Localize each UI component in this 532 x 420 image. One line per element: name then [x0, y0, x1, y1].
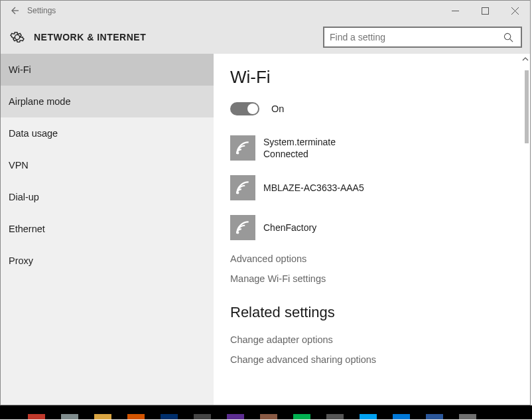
sidebar-item-dial-up[interactable]: Dial-up [1, 181, 214, 213]
search-box[interactable] [323, 27, 522, 48]
gear-icon [10, 30, 25, 44]
wifi-signal-icon [230, 135, 255, 161]
link-change-adapter-options[interactable]: Change adapter options [230, 334, 513, 345]
toggle-knob [247, 104, 258, 114]
taskbar-icon[interactable] [53, 405, 86, 419]
network-name: ChenFactory [263, 222, 316, 234]
svg-point-4 [236, 232, 239, 234]
search-icon-wrap[interactable] [502, 33, 514, 42]
sidebar-item-label: Airplane mode [9, 96, 71, 107]
wifi-signal-icon [230, 215, 255, 240]
sidebar-item-label: Ethernet [9, 224, 45, 234]
related-settings-heading: Related settings [230, 304, 513, 321]
taskbar-icon[interactable] [86, 405, 119, 419]
search-icon [503, 33, 513, 42]
sidebar-item-label: Wi-Fi [9, 64, 31, 75]
close-button[interactable] [500, 1, 530, 21]
taskbar-icon[interactable] [385, 405, 418, 419]
close-icon [511, 7, 519, 15]
svg-point-1 [504, 33, 510, 39]
network-status: Connected [263, 148, 336, 160]
wifi-toggle-row: On [230, 102, 513, 115]
maximize-button[interactable] [470, 1, 500, 21]
header-row: NETWORK & INTERNET [1, 21, 530, 54]
scrollbar-thumb[interactable] [525, 70, 529, 143]
titlebar: Settings [1, 1, 530, 21]
network-name: MBLAZE-AC3633-AAA5 [263, 182, 364, 194]
sidebar-item-label: Proxy [9, 255, 33, 266]
wifi-signal-icon [230, 175, 255, 200]
taskbar-icon[interactable] [285, 405, 318, 419]
minimize-icon [452, 7, 459, 15]
content: Wi-Fi On System.terminate Connected [214, 54, 530, 405]
network-item[interactable]: System.terminate Connected [230, 134, 513, 162]
sidebar-item-data-usage[interactable]: Data usage [1, 117, 214, 149]
content-heading: Wi-Fi [230, 67, 513, 88]
search-input[interactable] [330, 32, 502, 42]
taskbar[interactable] [0, 405, 532, 419]
sidebar-item-label: Dial-up [9, 192, 39, 202]
window-title: Settings [27, 6, 56, 15]
maximize-icon [482, 7, 489, 15]
link-advanced-options[interactable]: Advanced options [230, 253, 513, 264]
scroll-up-arrow-icon[interactable] [521, 54, 530, 64]
back-button[interactable] [1, 5, 27, 16]
network-item[interactable]: MBLAZE-AC3633-AAA5 [230, 174, 513, 202]
taskbar-icon[interactable] [153, 405, 186, 419]
taskbar-icon[interactable] [20, 405, 53, 419]
wifi-toggle[interactable] [230, 102, 259, 115]
link-manage-wifi-settings[interactable]: Manage Wi-Fi settings [230, 273, 513, 284]
network-name: System.terminate [263, 136, 336, 148]
sidebar-item-label: VPN [9, 160, 29, 171]
arrow-left-icon [9, 5, 19, 16]
window-controls [440, 1, 530, 21]
taskbar-icon[interactable] [418, 405, 451, 419]
taskbar-icon[interactable] [318, 405, 352, 419]
taskbar-icon[interactable] [352, 405, 385, 419]
sidebar-item-proxy[interactable]: Proxy [1, 245, 214, 277]
sidebar-item-ethernet[interactable]: Ethernet [1, 213, 214, 245]
taskbar-icon[interactable] [119, 405, 153, 419]
svg-rect-0 [482, 7, 489, 14]
body: Wi-Fi Airplane mode Data usage VPN Dial-… [1, 54, 530, 405]
sidebar: Wi-Fi Airplane mode Data usage VPN Dial-… [1, 54, 214, 405]
vertical-scrollbar[interactable] [521, 54, 530, 405]
svg-point-3 [236, 192, 239, 194]
minimize-button[interactable] [440, 1, 470, 21]
sidebar-item-airplane-mode[interactable]: Airplane mode [1, 86, 214, 117]
sidebar-item-wifi[interactable]: Wi-Fi [1, 54, 214, 86]
taskbar-icon[interactable] [186, 405, 219, 419]
taskbar-icon[interactable] [252, 405, 285, 419]
link-change-advanced-sharing[interactable]: Change advanced sharing options [230, 354, 513, 365]
page-title: NETWORK & INTERNET [34, 32, 146, 42]
sidebar-item-label: Data usage [9, 128, 58, 139]
taskbar-icon[interactable] [451, 405, 484, 419]
settings-window: Settings NETWORK & INTERNET [0, 0, 531, 405]
taskbar-icon[interactable] [219, 405, 252, 419]
wifi-toggle-label: On [271, 104, 284, 114]
sidebar-item-vpn[interactable]: VPN [1, 149, 214, 181]
svg-point-2 [236, 152, 239, 155]
settings-gear[interactable] [7, 30, 27, 44]
network-item[interactable]: ChenFactory [230, 214, 513, 242]
